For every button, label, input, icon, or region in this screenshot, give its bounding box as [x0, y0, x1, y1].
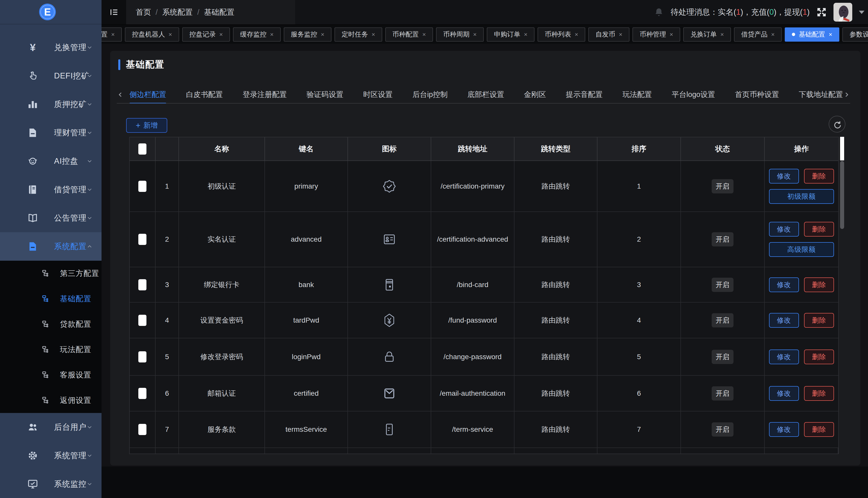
row-checkbox[interactable] — [138, 234, 146, 245]
sidebar-subitem-0[interactable]: 第三方配置 — [0, 261, 102, 286]
tab-9[interactable]: 币种列表× — [538, 27, 585, 42]
tab-5[interactable]: 定时任务× — [334, 27, 382, 42]
tab-3[interactable]: 缓存监控× — [233, 27, 281, 42]
tab-15[interactable]: 参数设置× — [842, 27, 868, 42]
close-icon[interactable]: × — [829, 31, 832, 38]
delete-button[interactable]: 删除 — [804, 313, 834, 328]
sidebar-item-1[interactable]: DEFI挖矿 — [0, 62, 102, 90]
subtab-8[interactable]: 提示音配置 — [566, 86, 603, 103]
subtab-3[interactable]: 验证码设置 — [306, 86, 343, 103]
close-icon[interactable]: × — [670, 31, 673, 38]
fullscreen-icon[interactable] — [816, 7, 827, 17]
sidebar-subitem-3[interactable]: 玩法配置 — [0, 337, 102, 362]
sidebar-item-5[interactable]: 借贷管理 — [0, 175, 102, 204]
subtab-11[interactable]: 首页币种设置 — [735, 86, 779, 103]
tab-6[interactable]: 币种配置× — [385, 27, 433, 42]
sidebar-item-6[interactable]: 公告管理 — [0, 204, 102, 232]
close-icon[interactable]: × — [219, 31, 223, 38]
subtab-7[interactable]: 金刚区 — [524, 86, 546, 103]
edit-button[interactable]: 修改 — [769, 169, 799, 184]
subtab-12[interactable]: 下载地址配置 — [799, 86, 843, 103]
delete-button[interactable]: 删除 — [804, 350, 834, 364]
subtab-5[interactable]: 后台ip控制 — [412, 86, 448, 103]
sidebar-item-3[interactable]: 理财管理 — [0, 119, 102, 147]
sidebar-item-10[interactable]: 系统监控 — [0, 470, 102, 498]
sidebar-subitem-1[interactable]: 基础配置 — [0, 286, 102, 312]
edit-button[interactable]: 修改 — [769, 222, 799, 237]
close-icon[interactable]: × — [720, 31, 724, 38]
close-icon[interactable]: × — [422, 31, 426, 38]
table-row: 2实名认证advanced/certification-advanced路由跳转… — [130, 212, 838, 267]
avatar[interactable] — [833, 3, 852, 22]
delete-button[interactable]: 删除 — [804, 277, 834, 292]
row-checkbox[interactable] — [138, 351, 146, 363]
tab-10[interactable]: 自发币× — [588, 27, 629, 42]
row-url-cell: /certification-advanced — [431, 212, 514, 267]
bell-icon[interactable] — [654, 7, 664, 17]
row-checkbox[interactable] — [138, 388, 146, 399]
tab-13[interactable]: 借贷产品× — [734, 27, 782, 42]
user-menu-caret-icon[interactable] — [859, 11, 865, 14]
subtab-9[interactable]: 玩法配置 — [622, 86, 652, 103]
row-checkbox[interactable] — [138, 424, 146, 435]
close-icon[interactable]: × — [270, 31, 274, 38]
subtab-2[interactable]: 登录注册配置 — [242, 86, 287, 103]
subtab-10[interactable]: 平台logo设置 — [672, 86, 715, 103]
tab-2[interactable]: 控盘记录× — [182, 27, 230, 42]
select-all-checkbox[interactable] — [138, 143, 146, 155]
subtab-4[interactable]: 时区设置 — [363, 86, 393, 103]
table-scrollbar-thumb[interactable] — [840, 161, 844, 229]
edit-button[interactable]: 修改 — [769, 313, 799, 328]
tab-12[interactable]: 兑换订单× — [683, 27, 731, 42]
delete-button[interactable]: 删除 — [804, 222, 834, 237]
subtab-1[interactable]: 白皮书配置 — [186, 86, 223, 103]
refresh-button[interactable] — [829, 116, 845, 132]
subtab-6[interactable]: 底部栏设置 — [468, 86, 504, 103]
sidebar-subitem-2[interactable]: 贷款配置 — [0, 312, 102, 337]
sidebar-item-8[interactable]: 后台用户 — [0, 413, 102, 442]
delete-button[interactable]: 删除 — [804, 169, 834, 184]
delete-button[interactable]: 删除 — [804, 386, 834, 401]
limit-button[interactable]: 初级限额 — [769, 189, 834, 204]
edit-button[interactable]: 修改 — [769, 422, 799, 437]
sidebar-item-9[interactable]: 系统管理 — [0, 442, 102, 470]
edit-button[interactable]: 修改 — [769, 277, 799, 292]
edit-button[interactable]: 修改 — [769, 350, 799, 364]
tab-0[interactable]: 置× — [102, 27, 122, 42]
close-icon[interactable]: × — [575, 31, 578, 38]
add-button[interactable]: + 新增 — [126, 118, 167, 133]
sidebar-subitem-5[interactable]: 返佣设置 — [0, 388, 102, 413]
close-icon[interactable]: × — [473, 31, 477, 38]
sidebar-item-2[interactable]: 质押挖矿 — [0, 90, 102, 119]
limit-button[interactable]: 高级限额 — [769, 242, 834, 257]
sidebar-item-label: DEFI挖矿 — [54, 70, 89, 81]
tab-8[interactable]: 申购订单× — [487, 27, 535, 42]
sidebar-item-7[interactable]: 系统配置 — [0, 232, 102, 261]
close-icon[interactable]: × — [371, 31, 375, 38]
close-icon[interactable]: × — [111, 31, 115, 38]
delete-button[interactable]: 删除 — [804, 422, 834, 437]
tab-4[interactable]: 服务监控× — [284, 27, 331, 42]
close-icon[interactable]: × — [169, 31, 172, 38]
sidebar-subitem-4[interactable]: 客服设置 — [0, 362, 102, 388]
sidebar-collapse-button[interactable] — [102, 0, 126, 24]
subtab-0[interactable]: 侧边栏配置 — [129, 86, 166, 103]
subtabs-scroll-right-icon[interactable] — [843, 91, 850, 99]
edit-button[interactable]: 修改 — [769, 386, 799, 401]
close-icon[interactable]: × — [321, 31, 324, 38]
row-checkbox[interactable] — [138, 279, 146, 290]
breadcrumb-item[interactable]: 系统配置 — [162, 7, 193, 17]
close-icon[interactable]: × — [619, 31, 622, 38]
sidebar-item-4[interactable]: AI控盘 — [0, 147, 102, 175]
sidebar-item-0[interactable]: ¥兑换管理 — [0, 33, 102, 62]
tab-11[interactable]: 币种管理× — [632, 27, 680, 42]
row-checkbox[interactable] — [138, 315, 146, 326]
close-icon[interactable]: × — [524, 31, 527, 38]
row-checkbox[interactable] — [138, 181, 146, 192]
close-icon[interactable]: × — [771, 31, 775, 38]
tab-1[interactable]: 控盘机器人× — [125, 27, 179, 42]
tab-7[interactable]: 币种周期× — [436, 27, 484, 42]
subtabs-scroll-left-icon[interactable] — [117, 91, 124, 99]
tab-14[interactable]: 基础配置× — [785, 27, 839, 42]
breadcrumb-item[interactable]: 首页 — [136, 7, 151, 17]
